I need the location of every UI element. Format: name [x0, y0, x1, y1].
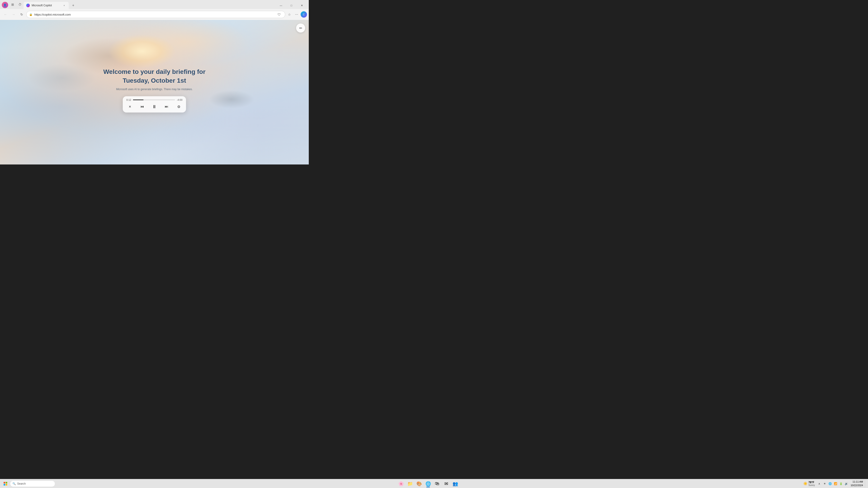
current-time: 0:12 [126, 98, 131, 101]
forward-btn[interactable]: → [10, 11, 17, 18]
address-bar[interactable]: 🔒 🛡 [26, 11, 285, 18]
subtext: Microsoft uses AI to generate briefings.… [116, 88, 193, 91]
copilot-sidebar-btn[interactable]: C [301, 11, 307, 18]
tab-bar: 👤 ⊞ ⏱ Microsoft Copilot × + — □ ✕ [0, 0, 309, 9]
window-controls: — □ ✕ [276, 2, 307, 9]
address-bar-actions: 🛡 [276, 11, 282, 18]
profile-avatar[interactable]: 👤 [2, 2, 8, 8]
page-content: ✏ Welcome to your daily briefing for Tue… [0, 20, 309, 164]
tab-favicon [26, 4, 30, 7]
nav-bar: ← → ↻ 🔒 🛡 ☆ ⋯ C [0, 9, 309, 20]
player-controls: ✕ ⏮ ⏸ ⏭ ⚙ [126, 103, 182, 110]
progress-bar-row: 0:12 -4:00 [126, 98, 182, 101]
main-heading: Welcome to your daily briefing for Tuesd… [103, 67, 206, 85]
forward-btn[interactable]: ⏭ [163, 103, 170, 110]
refresh-btn[interactable]: ↻ [18, 11, 25, 18]
remaining-time: -4:00 [177, 98, 182, 101]
browser-chrome: 👤 ⊞ ⏱ Microsoft Copilot × + — □ ✕ ← → ↻ … [0, 0, 309, 20]
rewind-btn[interactable]: ⏮ [138, 103, 146, 110]
new-tab-btn[interactable]: + [70, 2, 77, 9]
close-btn[interactable]: ✕ [297, 2, 307, 9]
tab-title: Microsoft Copilot [32, 4, 61, 7]
progress-track[interactable] [133, 99, 175, 100]
minimize-btn[interactable]: — [276, 2, 286, 9]
maximize-btn[interactable]: □ [286, 2, 297, 9]
history-btn[interactable]: ⏱ [16, 1, 24, 8]
active-tab[interactable]: Microsoft Copilot × [24, 2, 69, 9]
favorites-btn[interactable]: ☆ [286, 11, 292, 18]
more-btn[interactable]: ⋯ [293, 11, 300, 18]
back-btn[interactable]: ← [2, 11, 9, 18]
pause-btn[interactable]: ⏸ [151, 103, 158, 110]
tracking-prevention-btn[interactable]: 🛡 [276, 11, 282, 18]
settings-btn[interactable]: ⚙ [175, 103, 182, 110]
close-player-btn[interactable]: ✕ [126, 103, 133, 110]
lock-icon: 🔒 [29, 13, 33, 16]
content-overlay: Welcome to your daily briefing for Tuesd… [0, 20, 309, 164]
audio-player: 0:12 -4:00 ✕ ⏮ ⏸ ⏭ ⚙ [123, 96, 186, 112]
extensions-btn[interactable]: ⊞ [9, 1, 16, 8]
tab-close-btn[interactable]: × [62, 4, 66, 7]
progress-filled [133, 99, 143, 100]
url-input[interactable] [34, 13, 274, 16]
